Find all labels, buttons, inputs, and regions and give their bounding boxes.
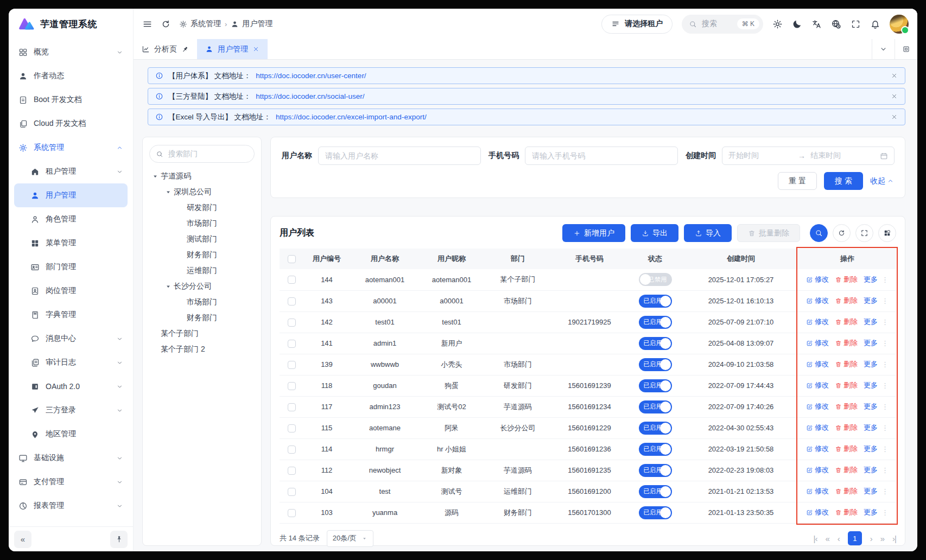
sidebar-item-area-admin[interactable]: 地区管理 (14, 422, 128, 446)
search-button[interactable]: 搜 索 (824, 172, 863, 190)
edit-action[interactable]: 修改 (806, 423, 829, 432)
sidebar-item-payment-admin[interactable]: 支付管理 (14, 470, 128, 494)
row-checkbox[interactable] (288, 488, 296, 496)
delete-action[interactable]: 删除 (835, 486, 858, 496)
import-button[interactable]: 导入 (684, 224, 732, 242)
sidebar-collapse-button[interactable]: « (14, 531, 31, 548)
settings-gear-icon[interactable] (772, 19, 783, 29)
more-action[interactable]: 更多 (864, 380, 878, 390)
edit-action[interactable]: 修改 (806, 296, 829, 306)
hamburger-icon[interactable] (142, 19, 153, 29)
current-page-button[interactable]: 1 (848, 531, 862, 545)
edit-action[interactable]: 修改 (806, 359, 829, 369)
grid-tool-button[interactable] (878, 224, 896, 242)
more-action[interactable]: 更多 (864, 338, 878, 348)
status-toggle[interactable]: 已启用 (639, 422, 672, 435)
locale-globe-icon[interactable] (831, 19, 841, 29)
collapse-filters-link[interactable]: 收起 (870, 176, 894, 186)
tree-node[interactable]: 测试部门 (149, 231, 255, 247)
delete-action[interactable]: 删除 (835, 338, 858, 348)
more-action[interactable]: 更多 (864, 444, 878, 454)
tree-node[interactable]: 芋道源码 (149, 168, 255, 184)
status-toggle[interactable]: 已启用 (639, 443, 672, 456)
bell-icon[interactable] (870, 19, 880, 29)
select-all-checkbox[interactable] (288, 255, 296, 263)
tab-analysis[interactable]: 分析页 (134, 39, 197, 59)
sidebar-item-post-admin[interactable]: 岗位管理 (14, 279, 128, 303)
tree-node[interactable]: 长沙分公司 (149, 278, 255, 294)
pin-icon[interactable] (180, 44, 191, 55)
global-search[interactable]: 搜索 ⌘ K (682, 15, 763, 34)
last-page-button[interactable]: ›| (892, 534, 896, 543)
tree-node[interactable]: 市场部门 (149, 215, 255, 231)
row-checkbox[interactable] (288, 467, 296, 475)
sidebar-item-cloud-docs[interactable]: Cloud 开发文档 (14, 112, 128, 136)
delete-action[interactable]: 删除 (835, 465, 858, 475)
status-toggle[interactable]: 已禁用 (639, 273, 672, 286)
banner-close-icon[interactable] (891, 113, 898, 120)
delete-action[interactable]: 删除 (835, 359, 858, 369)
tab-dropdown-button[interactable] (872, 39, 895, 59)
more-action[interactable]: 更多 (864, 275, 878, 284)
delete-action[interactable]: 删除 (835, 275, 858, 284)
tree-node[interactable]: 深圳总公司 (149, 184, 255, 200)
sidebar-item-overview[interactable]: 概览 (14, 40, 128, 64)
edit-action[interactable]: 修改 (806, 507, 829, 517)
sidebar-item-author-news[interactable]: 作者动态 (14, 64, 128, 88)
banner-link[interactable]: https://doc.iocoder.cn/excel-import-and-… (276, 113, 427, 121)
tree-node[interactable]: 某个子部门 2 (149, 341, 255, 357)
breadcrumb-item-system[interactable]: 系统管理 (179, 19, 221, 29)
tree-node[interactable]: 财务部门 (149, 247, 255, 263)
edit-action[interactable]: 修改 (806, 317, 829, 327)
status-toggle[interactable]: 已启用 (639, 316, 672, 329)
banner-link[interactable]: https://doc.iocoder.cn/social-user/ (256, 92, 364, 100)
sidebar-item-oauth2[interactable]: OAuth 2.0 (14, 374, 128, 398)
tenant-selector[interactable]: 请选择租户 (601, 15, 673, 34)
app-logo[interactable]: 芋道管理系统 (9, 9, 133, 39)
status-toggle[interactable]: 已启用 (639, 337, 672, 350)
more-action[interactable]: 更多 (864, 296, 878, 306)
delete-action[interactable]: 删除 (835, 402, 858, 411)
delete-action[interactable]: 删除 (835, 423, 858, 432)
sidebar-item-menu-admin[interactable]: 菜单管理 (14, 231, 128, 255)
close-icon[interactable] (252, 46, 259, 53)
prev-page-button[interactable]: ‹ (838, 534, 840, 543)
sidebar-item-tenant-admin[interactable]: 租户管理 (14, 160, 128, 183)
refresh-icon[interactable] (161, 19, 171, 29)
add-user-button[interactable]: 新增用户 (562, 224, 625, 242)
row-checkbox[interactable] (288, 319, 296, 327)
mobile-input[interactable] (525, 147, 678, 165)
breadcrumb-item-user[interactable]: 用户管理 (231, 19, 272, 29)
edit-action[interactable]: 修改 (806, 444, 829, 454)
sidebar-item-message-center[interactable]: 消息中心 (14, 327, 128, 351)
status-toggle[interactable]: 已启用 (639, 358, 672, 371)
content-fullscreen-button[interactable] (895, 39, 917, 59)
row-checkbox[interactable] (288, 276, 296, 284)
sidebar-item-infrastructure[interactable]: 基础设施 (14, 446, 128, 470)
banner-close-icon[interactable] (891, 72, 898, 79)
username-input[interactable] (318, 147, 481, 165)
next-page-button[interactable]: › (870, 534, 872, 543)
tree-node[interactable]: 某个子部门 (149, 326, 255, 341)
row-checkbox[interactable] (288, 340, 296, 348)
sidebar-item-social-login[interactable]: 三方登录 (14, 398, 128, 422)
delete-action[interactable]: 删除 (835, 507, 858, 517)
edit-action[interactable]: 修改 (806, 380, 829, 390)
edit-action[interactable]: 修改 (806, 402, 829, 411)
banner-close-icon[interactable] (891, 93, 898, 100)
page-size-select[interactable]: 20条/页 (327, 530, 373, 547)
status-toggle[interactable]: 已启用 (639, 379, 672, 392)
more-action[interactable]: 更多 (864, 317, 878, 327)
delete-action[interactable]: 删除 (835, 380, 858, 390)
row-checkbox[interactable] (288, 403, 296, 411)
sidebar-item-role-admin[interactable]: 角色管理 (14, 207, 128, 231)
sidebar-item-audit-log[interactable]: 审计日志 (14, 351, 128, 374)
row-checkbox[interactable] (288, 446, 296, 454)
date-range-input[interactable]: 开始时间 → 结束时间 (722, 147, 895, 165)
edit-action[interactable]: 修改 (806, 465, 829, 475)
tree-node[interactable]: 市场部门 (149, 294, 255, 310)
fullscreen-icon[interactable] (851, 19, 861, 29)
delete-action[interactable]: 删除 (835, 317, 858, 327)
batch-delete-button[interactable]: 批量删除 (737, 224, 800, 242)
first-page-button[interactable]: |‹ (814, 534, 817, 543)
